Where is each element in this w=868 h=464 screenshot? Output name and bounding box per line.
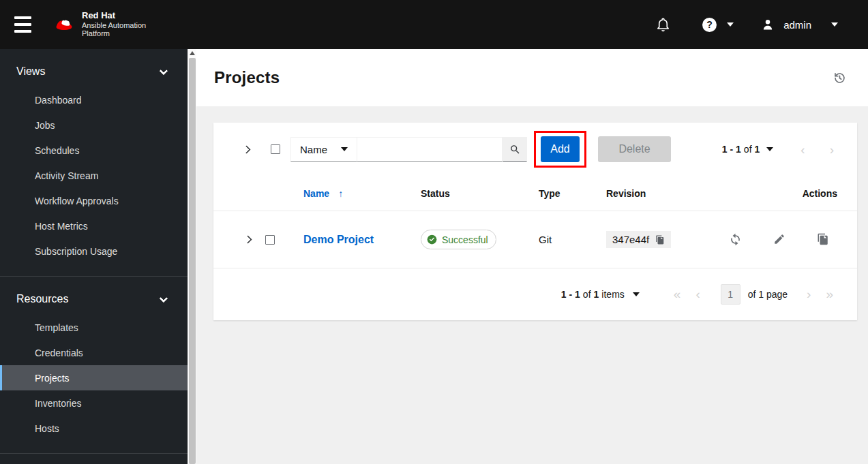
chevron-right-icon	[243, 235, 252, 244]
activity-history-button[interactable]	[833, 72, 846, 84]
masthead: Red Hat Ansible Automation Platform ?	[0, 0, 868, 49]
search-button[interactable]	[503, 137, 527, 162]
check-circle-icon	[427, 234, 437, 245]
sidebar-item-label: Subscription Usage	[35, 246, 117, 257]
pagination-footer: 1 - 1 of 1 items « ‹ of 1 page › »	[213, 268, 857, 320]
row-expand-button[interactable]	[242, 232, 254, 247]
pagination-range: 1 - 1	[722, 144, 741, 155]
sidebar-item-label: Dashboard	[35, 95, 82, 106]
sort-ascending-icon: ↑	[338, 188, 343, 199]
per-page-dropdown-toggle[interactable]	[760, 147, 773, 151]
sidebar-item-inventories[interactable]: Inventories	[0, 390, 188, 416]
row-checkbox[interactable]	[265, 235, 275, 245]
items-word: items	[601, 289, 624, 300]
page-title: Projects	[214, 68, 280, 87]
project-type: Git	[539, 234, 606, 245]
chevron-down-icon	[160, 66, 168, 75]
projects-list-card: Name Add Delete 1 - 1 of 1	[213, 123, 857, 320]
nav-group-resources[interactable]: Resources	[0, 283, 188, 315]
items-per-page-dropdown[interactable]: 1 - 1 of 1 items	[561, 289, 640, 300]
brand-logo: Red Hat Ansible Automation Platform	[52, 11, 146, 38]
user-icon	[761, 18, 775, 31]
revision-value: 347e44f	[612, 234, 649, 245]
column-header-actions: Actions	[729, 188, 857, 199]
search-input[interactable]	[357, 137, 503, 162]
footer-total: 1	[594, 289, 599, 300]
sidebar-item-jobs[interactable]: Jobs	[0, 112, 188, 138]
brand-product-line2: Platform	[82, 29, 146, 38]
revision-chip: 347e44f	[606, 231, 671, 248]
sidebar-item-templates[interactable]: Templates	[0, 315, 188, 340]
filter-key-select[interactable]: Name	[290, 137, 357, 162]
sidebar-item-label: Activity Stream	[35, 170, 98, 181]
nav-group-views[interactable]: Views	[0, 56, 188, 87]
copy-project-button[interactable]	[817, 233, 829, 246]
help-button[interactable]: ?	[702, 18, 717, 32]
redhat-fedora-icon	[52, 16, 76, 34]
status-badge[interactable]: Successful	[421, 230, 496, 249]
sidebar-item-label: Schedules	[35, 145, 79, 156]
filter-key-selected: Name	[300, 144, 327, 155]
of-page-label: of 1 page	[748, 289, 788, 300]
prev-page-button[interactable]: ‹	[695, 288, 700, 300]
sync-project-button[interactable]	[729, 233, 742, 246]
first-page-button[interactable]: «	[674, 288, 681, 300]
sidebar-item-dashboard[interactable]: Dashboard	[0, 87, 188, 112]
sidebar-scrollbar[interactable]	[188, 49, 196, 464]
sidebar-nav: Views Dashboard Jobs Schedules Activity …	[0, 49, 188, 464]
annotation-highlight: Add	[534, 131, 586, 168]
sidebar-item-label: Host Metrics	[35, 221, 88, 232]
last-page-button[interactable]: »	[826, 288, 833, 300]
next-page-button[interactable]: ›	[830, 143, 834, 156]
sidebar-item-label: Templates	[35, 322, 78, 333]
column-header-name[interactable]: Name ↑	[303, 188, 421, 199]
copy-revision-button[interactable]	[655, 235, 665, 245]
nav-divider	[0, 453, 188, 454]
main-content: Projects Name	[196, 49, 868, 464]
copy-icon	[655, 235, 665, 245]
chevron-right-icon	[242, 145, 251, 154]
help-dropdown-toggle[interactable]	[727, 22, 734, 27]
pagination-top: 1 - 1 of 1 ‹ ›	[722, 143, 857, 156]
pencil-icon	[773, 233, 785, 246]
question-circle-icon: ?	[702, 18, 717, 32]
sidebar-item-label: Workflow Approvals	[35, 196, 119, 206]
brand-name: Red Hat	[82, 11, 146, 21]
next-page-button[interactable]: ›	[807, 288, 811, 300]
history-icon	[833, 72, 846, 84]
scrollbar-thumb[interactable]	[189, 58, 196, 464]
scroll-up-arrow-icon[interactable]	[190, 51, 195, 55]
expand-all-button[interactable]	[241, 142, 252, 157]
nav-group-resources-label: Resources	[16, 293, 68, 305]
current-page-input[interactable]	[721, 284, 740, 305]
edit-project-button[interactable]	[773, 233, 785, 246]
delete-button[interactable]: Delete	[598, 136, 671, 162]
column-header-type: Type	[539, 188, 606, 199]
sidebar-item-credentials[interactable]: Credentials	[0, 340, 188, 365]
sidebar-item-subscription-usage[interactable]: Subscription Usage	[0, 238, 188, 264]
sidebar-item-schedules[interactable]: Schedules	[0, 138, 188, 163]
sidebar-item-hosts[interactable]: Hosts	[0, 416, 188, 441]
column-header-revision: Revision	[606, 188, 729, 199]
brand-product-line1: Ansible Automation	[82, 21, 146, 30]
sidebar-item-label: Inventories	[35, 398, 81, 409]
sidebar-item-activity-stream[interactable]: Activity Stream	[0, 163, 188, 188]
pagination-total: 1	[755, 144, 760, 155]
select-all-checkbox[interactable]	[271, 144, 280, 154]
prev-page-button[interactable]: ‹	[800, 143, 805, 156]
sidebar-item-workflow-approvals[interactable]: Workflow Approvals	[0, 188, 188, 213]
project-name-link[interactable]: Demo Project	[303, 234, 374, 245]
caret-down-icon	[831, 22, 838, 27]
search-icon	[509, 144, 521, 155]
notifications-button[interactable]	[655, 17, 671, 33]
bell-icon	[655, 17, 671, 33]
sidebar-item-label: Credentials	[35, 347, 83, 358]
nav-toggle-button[interactable]	[0, 0, 45, 49]
copy-icon	[817, 233, 829, 246]
user-dropdown-toggle[interactable]	[831, 22, 838, 27]
sidebar-item-host-metrics[interactable]: Host Metrics	[0, 213, 188, 238]
caret-down-icon	[727, 22, 734, 27]
sidebar-item-projects[interactable]: Projects	[0, 365, 188, 390]
page-header: Projects	[196, 49, 868, 106]
add-button[interactable]: Add	[541, 136, 580, 162]
